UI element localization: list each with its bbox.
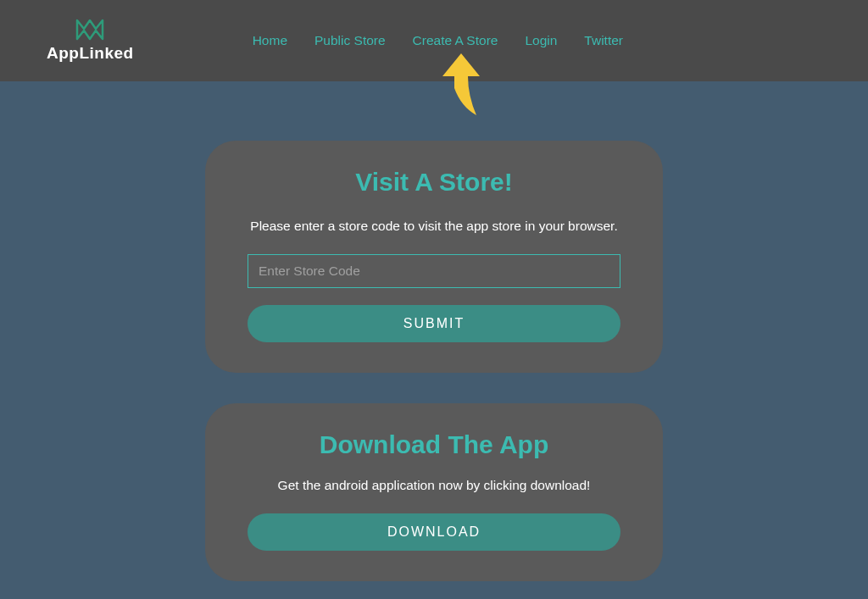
nav-create-store[interactable]: Create A Store <box>413 33 498 48</box>
visit-store-description: Please enter a store code to visit the a… <box>248 219 620 234</box>
pointer-arrow-icon <box>436 49 487 121</box>
download-app-title: Download The App <box>248 430 620 459</box>
nav-login[interactable]: Login <box>525 33 557 48</box>
logo[interactable]: AppLinked <box>47 19 134 63</box>
nav-home[interactable]: Home <box>253 33 287 48</box>
nav-twitter[interactable]: Twitter <box>584 33 623 48</box>
main-content: Visit A Store! Please enter a store code… <box>0 81 868 581</box>
logo-text: AppLinked <box>47 44 134 63</box>
store-code-input[interactable] <box>248 254 620 288</box>
submit-button[interactable]: SUBMIT <box>248 305 620 342</box>
download-button[interactable]: DOWNLOAD <box>248 513 620 551</box>
logo-icon <box>75 19 104 41</box>
main-nav: Home Public Store Create A Store Login T… <box>253 33 623 48</box>
nav-public-store[interactable]: Public Store <box>314 33 386 48</box>
visit-store-title: Visit A Store! <box>248 168 620 197</box>
download-app-description: Get the android application now by click… <box>248 478 620 493</box>
header: AppLinked Home Public Store Create A Sto… <box>0 0 868 81</box>
visit-store-card: Visit A Store! Please enter a store code… <box>205 141 663 373</box>
download-app-card: Download The App Get the android applica… <box>205 403 663 581</box>
